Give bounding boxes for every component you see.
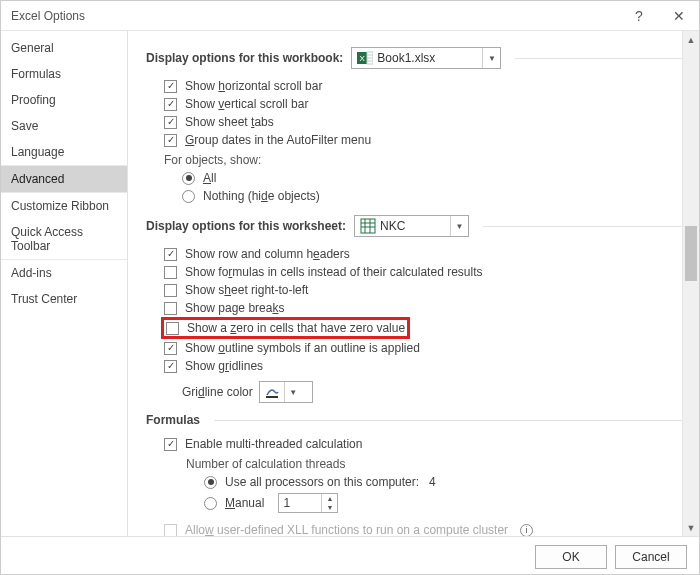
sidebar-item-language[interactable]: Language xyxy=(1,139,127,166)
workbook-combo[interactable]: X Book1.xlsx ▼ xyxy=(351,47,501,69)
sidebar-item-quick-access[interactable]: Quick Access Toolbar xyxy=(1,219,127,260)
chk-rtl[interactable]: Show sheet right-to-left xyxy=(164,281,699,299)
svg-rect-11 xyxy=(266,396,278,398)
option-label: Show horizontal scroll bar xyxy=(185,79,322,93)
sidebar-item-formulas[interactable]: Formulas xyxy=(1,61,127,87)
chk-xll-cluster: Allow user-defined XLL functions to run … xyxy=(164,521,699,536)
window-title: Excel Options xyxy=(11,9,619,23)
info-icon[interactable]: i xyxy=(520,524,533,537)
chk-group-dates[interactable]: Group dates in the AutoFilter menu xyxy=(164,131,699,149)
gridline-color-combo[interactable]: ▼ xyxy=(259,381,313,403)
radio-objects-nothing[interactable]: Nothing (hide objects) xyxy=(164,187,699,205)
button-label: Cancel xyxy=(632,550,669,564)
sidebar-item-save[interactable]: Save xyxy=(1,113,127,139)
section-heading: Display options for this workbook: xyxy=(146,51,343,65)
chk-vertical-scroll[interactable]: Show vertical scroll bar xyxy=(164,95,699,113)
chk-page-breaks[interactable]: Show page breaks xyxy=(164,299,699,317)
sidebar-item-advanced[interactable]: Advanced xyxy=(1,166,127,193)
option-label: Allow user-defined XLL functions to run … xyxy=(185,523,508,536)
chk-outline-symbols[interactable]: Show outline symbols if an outline is ap… xyxy=(164,339,699,357)
spinner-down-icon[interactable]: ▼ xyxy=(322,503,337,512)
color-swatch-icon xyxy=(260,385,284,399)
formulas-options: Enable multi-threaded calculation Number… xyxy=(146,435,699,536)
option-label: Manual xyxy=(225,496,264,510)
radio-icon xyxy=(204,497,217,510)
scroll-up-icon[interactable]: ▲ xyxy=(683,31,699,48)
option-label: Enable multi-threaded calculation xyxy=(185,437,362,451)
radio-objects-all[interactable]: All xyxy=(164,169,699,187)
option-label: Group dates in the AutoFilter menu xyxy=(185,133,371,147)
help-icon[interactable]: ? xyxy=(619,1,659,31)
checkbox-icon xyxy=(166,322,179,335)
worksheet-icon xyxy=(359,218,377,234)
radio-use-all[interactable]: Use all processors on this computer: 4 xyxy=(164,473,699,491)
manual-threads-spinner[interactable]: 1 ▲▼ xyxy=(278,493,338,513)
chevron-down-icon: ▼ xyxy=(482,48,500,68)
checkbox-icon xyxy=(164,266,177,279)
checkbox-icon xyxy=(164,284,177,297)
chk-row-col-headers[interactable]: Show row and column headers xyxy=(164,245,699,263)
sidebar: General Formulas Proofing Save Language … xyxy=(1,31,128,536)
option-label: Nothing (hide objects) xyxy=(203,189,320,203)
worksheet-combo-value: NKC xyxy=(380,219,450,233)
ok-button[interactable]: OK xyxy=(535,545,607,569)
main-area: General Formulas Proofing Save Language … xyxy=(1,31,699,536)
checkbox-icon xyxy=(164,524,177,537)
chk-gridlines[interactable]: Show gridlines xyxy=(164,357,699,375)
sidebar-item-addins[interactable]: Add-ins xyxy=(1,260,127,286)
spinner-value: 1 xyxy=(279,494,321,512)
scrollbar[interactable]: ▲ ▼ xyxy=(682,31,699,536)
content-pane: Display options for this workbook: X Boo… xyxy=(128,31,699,536)
radio-icon xyxy=(204,476,217,489)
sidebar-item-proofing[interactable]: Proofing xyxy=(1,87,127,113)
sidebar-item-label: General xyxy=(11,41,54,55)
sidebar-item-label: Save xyxy=(11,119,38,133)
sidebar-item-general[interactable]: General xyxy=(1,35,127,61)
chk-zero-value[interactable]: Show a zero in cells that have zero valu… xyxy=(166,321,405,335)
spinner-up-icon[interactable]: ▲ xyxy=(322,494,337,503)
section-workbook: Display options for this workbook: X Boo… xyxy=(146,47,699,69)
worksheet-options: Show row and column headers Show formula… xyxy=(146,245,699,403)
workbook-combo-value: Book1.xlsx xyxy=(377,51,482,65)
option-label: Show gridlines xyxy=(185,359,263,373)
option-label: Show sheet right-to-left xyxy=(185,283,308,297)
threads-label: Number of calculation threads xyxy=(186,457,699,471)
scroll-thumb[interactable] xyxy=(685,226,697,281)
sidebar-item-label: Advanced xyxy=(11,172,64,186)
radio-manual[interactable]: Manual 1 ▲▼ xyxy=(164,491,699,515)
scroll-down-icon[interactable]: ▼ xyxy=(683,519,699,536)
sidebar-item-label: Proofing xyxy=(11,93,56,107)
checkbox-icon xyxy=(164,360,177,373)
sidebar-item-label: Add-ins xyxy=(11,266,52,280)
chk-sheet-tabs[interactable]: Show sheet tabs xyxy=(164,113,699,131)
checkbox-icon xyxy=(164,302,177,315)
option-label: Show row and column headers xyxy=(185,247,350,261)
objects-label: For objects, show: xyxy=(164,153,699,167)
button-label: OK xyxy=(562,550,579,564)
close-icon[interactable]: ✕ xyxy=(659,1,699,31)
sidebar-item-label: Trust Center xyxy=(11,292,77,306)
option-label: Show a zero in cells that have zero valu… xyxy=(187,321,405,335)
section-worksheet: Display options for this worksheet: NKC … xyxy=(146,215,699,237)
cancel-button[interactable]: Cancel xyxy=(615,545,687,569)
chk-show-formulas[interactable]: Show formulas in cells instead of their … xyxy=(164,263,699,281)
chk-multithread[interactable]: Enable multi-threaded calculation xyxy=(164,435,699,453)
gridline-color-row: Gridline color ▼ xyxy=(182,381,699,403)
option-label: Use all processors on this computer: 4 xyxy=(225,475,436,489)
processor-count: 4 xyxy=(429,475,436,489)
worksheet-combo[interactable]: NKC ▼ xyxy=(354,215,469,237)
spinner-buttons[interactable]: ▲▼ xyxy=(321,494,337,512)
svg-text:X: X xyxy=(360,54,366,63)
option-label: Show outline symbols if an outline is ap… xyxy=(185,341,420,355)
chk-horizontal-scroll[interactable]: Show horizontal scroll bar xyxy=(164,77,699,95)
option-label: Show sheet tabs xyxy=(185,115,274,129)
sidebar-item-trust-center[interactable]: Trust Center xyxy=(1,286,127,312)
option-label: Show vertical scroll bar xyxy=(185,97,308,111)
sidebar-item-label: Language xyxy=(11,145,64,159)
chevron-down-icon: ▼ xyxy=(450,216,468,236)
sidebar-item-customize-ribbon[interactable]: Customize Ribbon xyxy=(1,193,127,219)
sidebar-item-label: Customize Ribbon xyxy=(11,199,109,213)
bottom-bar: OK Cancel xyxy=(1,536,699,575)
radio-icon xyxy=(182,190,195,203)
radio-icon xyxy=(182,172,195,185)
